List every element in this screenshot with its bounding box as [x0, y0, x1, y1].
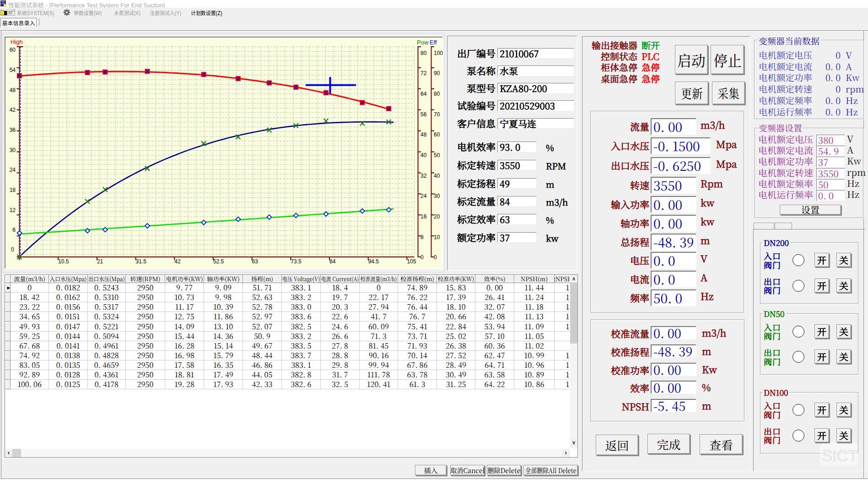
svg-text:8: 8: [421, 234, 424, 240]
svg-text:72: 72: [421, 70, 427, 76]
svg-text:18: 18: [10, 187, 16, 193]
svg-text:16: 16: [421, 213, 427, 220]
svg-text:42: 42: [10, 107, 16, 113]
svg-text:84: 84: [329, 258, 336, 265]
svg-text:20: 20: [434, 213, 440, 220]
svg-text:24: 24: [421, 193, 427, 199]
svg-text:0: 0: [11, 246, 14, 253]
svg-text:90: 90: [434, 70, 440, 76]
svg-text:80: 80: [421, 50, 427, 56]
svg-text:54: 54: [10, 67, 16, 73]
svg-text:0: 0: [421, 254, 424, 261]
svg-text:24: 24: [10, 167, 16, 173]
svg-text:52.5: 52.5: [213, 258, 224, 265]
svg-text:36: 36: [10, 127, 16, 133]
svg-text:6: 6: [12, 227, 16, 233]
svg-text:80: 80: [434, 91, 440, 97]
svg-text:56: 56: [421, 111, 427, 118]
svg-text:30: 30: [434, 193, 440, 199]
svg-text:31.5: 31.5: [136, 258, 147, 265]
svg-text:48: 48: [10, 87, 16, 93]
svg-text:30: 30: [10, 147, 16, 153]
svg-text:40: 40: [434, 173, 440, 179]
svg-text:Eff: Eff: [430, 39, 437, 46]
svg-text:105: 105: [407, 258, 416, 265]
svg-text:70: 70: [434, 111, 440, 118]
svg-text:60: 60: [434, 131, 440, 138]
svg-text:64: 64: [421, 91, 427, 97]
svg-text:12: 12: [10, 207, 16, 213]
svg-text:60: 60: [10, 47, 16, 53]
svg-text:High: High: [11, 38, 23, 45]
svg-text:100: 100: [434, 50, 443, 56]
svg-text:48: 48: [421, 131, 427, 138]
svg-text:94.5: 94.5: [368, 258, 379, 265]
svg-text:21: 21: [97, 258, 103, 265]
svg-text:0: 0: [434, 254, 437, 261]
svg-text:40: 40: [421, 152, 427, 158]
svg-text:73.5: 73.5: [291, 258, 302, 265]
svg-text:Pow: Pow: [417, 39, 429, 46]
svg-text:42: 42: [174, 258, 181, 265]
svg-text:50: 50: [434, 152, 440, 158]
svg-text:10.5: 10.5: [58, 258, 69, 265]
svg-text:63: 63: [252, 258, 259, 265]
svg-text:32: 32: [421, 173, 427, 179]
svg-text:10: 10: [434, 234, 440, 240]
